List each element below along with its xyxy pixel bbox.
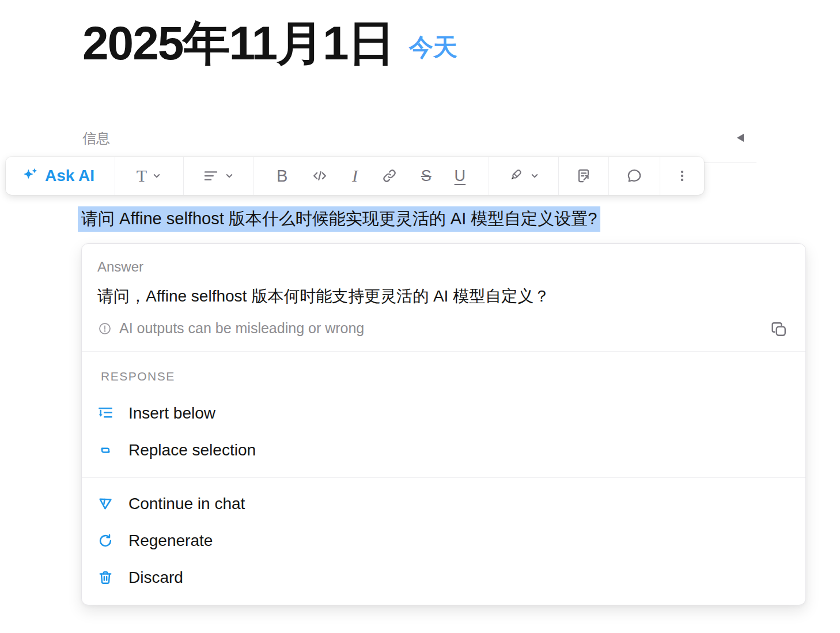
collapse-triangle-icon[interactable]: [737, 134, 744, 142]
inline-format-group: B I S U: [253, 157, 489, 195]
insert-below-item[interactable]: Insert below: [90, 400, 797, 427]
warning-text: AI outputs can be misleading or wrong: [119, 320, 364, 337]
italic-icon: I: [352, 166, 358, 186]
more-group: [660, 157, 704, 195]
panel-divider: [82, 477, 805, 478]
text-style-dropdown[interactable]: T: [137, 166, 162, 186]
bold-icon: B: [277, 167, 287, 186]
chevron-down-icon: [529, 171, 540, 181]
chevron-down-icon: [152, 171, 162, 181]
comment-group: [609, 157, 660, 195]
align-dropdown[interactable]: [202, 167, 234, 184]
menu-item-label: Replace selection: [128, 441, 256, 459]
ai-answer-panel: Answer 请问，Affine selfhost 版本何时能支持更灵活的 AI…: [81, 243, 806, 605]
replace-selection-item[interactable]: Replace selection: [90, 436, 797, 464]
italic-button[interactable]: I: [352, 166, 358, 186]
comment-button[interactable]: [625, 167, 644, 185]
answer-text: 请问，Affine selfhost 版本何时能支持更灵活的 AI 模型自定义？: [97, 285, 550, 307]
selected-text[interactable]: 请问 Affine selfhost 版本什么时候能实现更灵活的 AI 模型自定…: [78, 206, 600, 232]
copy-icon: [769, 319, 789, 339]
today-badge: 今天: [409, 31, 457, 70]
discard-item[interactable]: Discard: [90, 564, 797, 591]
text-style-group: T: [115, 157, 184, 195]
align-icon: [202, 167, 220, 184]
inline-code-icon: [311, 167, 329, 185]
highlighter-dropdown[interactable]: [508, 167, 540, 184]
highlight-group: [489, 157, 559, 195]
response-header: RESPONSE: [101, 370, 175, 383]
linked-doc-group: [559, 157, 609, 195]
insert-below-icon: [97, 405, 114, 422]
ask-ai-button[interactable]: Ask AI: [6, 157, 115, 195]
align-group: [184, 157, 253, 195]
menu-item-label: Discard: [128, 568, 183, 587]
section-label[interactable]: 信息: [82, 129, 110, 148]
highlighter-icon: [508, 167, 525, 184]
panel-divider: [82, 351, 805, 352]
linked-doc-button[interactable]: [574, 167, 593, 185]
paper-plane-icon: [97, 495, 114, 513]
inline-code-button[interactable]: [311, 167, 329, 185]
bold-button[interactable]: B: [277, 167, 287, 186]
underline-button[interactable]: U: [455, 167, 466, 185]
copy-button[interactable]: [767, 318, 790, 341]
strikethrough-icon: S: [421, 167, 432, 185]
strikethrough-button[interactable]: S: [421, 167, 432, 185]
more-button[interactable]: [675, 168, 690, 183]
chevron-down-icon: [224, 171, 234, 181]
replace-selection-icon: [97, 442, 114, 459]
comment-icon: [625, 167, 644, 185]
refresh-icon: [97, 532, 114, 549]
more-icon: [675, 168, 690, 183]
page-title[interactable]: 2025年11月1日: [82, 16, 394, 70]
link-icon: [381, 167, 398, 184]
linked-doc-icon: [574, 167, 593, 185]
answer-label: Answer: [97, 259, 143, 275]
menu-item-label: Continue in chat: [128, 495, 245, 513]
text-style-icon: T: [137, 166, 147, 186]
formatting-toolbar: Ask AI T B: [6, 157, 704, 195]
trash-icon: [97, 569, 114, 586]
sparkle-icon: [22, 167, 39, 184]
warning-icon: [97, 321, 112, 336]
menu-item-label: Regenerate: [128, 532, 213, 550]
ask-ai-label: Ask AI: [45, 167, 94, 185]
regenerate-item[interactable]: Regenerate: [90, 527, 797, 555]
underline-icon: U: [455, 167, 466, 185]
menu-item-label: Insert below: [128, 404, 215, 423]
link-button[interactable]: [381, 167, 398, 184]
continue-in-chat-item[interactable]: Continue in chat: [90, 490, 797, 518]
ai-warning-row: AI outputs can be misleading or wrong: [97, 320, 364, 337]
page-title-row: 2025年11月1日 今天: [82, 16, 457, 70]
